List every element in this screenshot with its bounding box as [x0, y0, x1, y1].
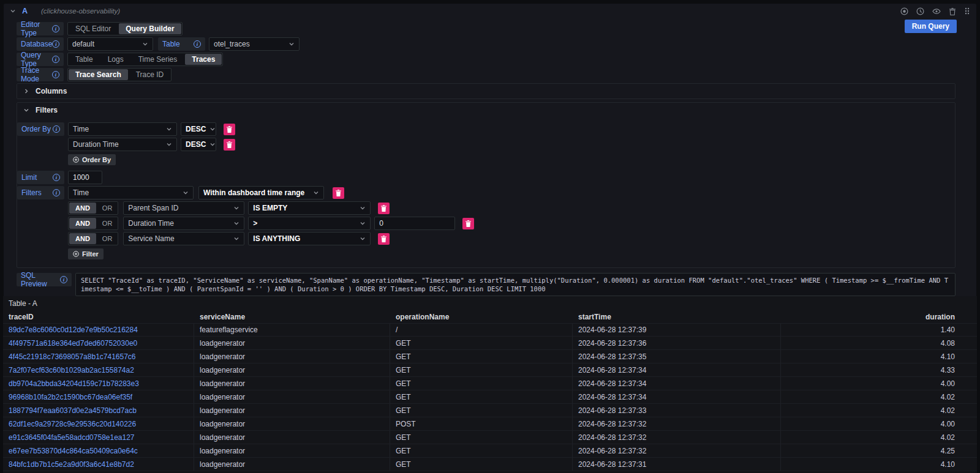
segment-option[interactable]: SQL Editor: [68, 23, 118, 35]
operation-name-cell: GET: [390, 458, 573, 471]
collapse-chevron-icon[interactable]: [10, 8, 16, 14]
and-or-toggle[interactable]: AND OR: [68, 217, 118, 230]
trace-id-link[interactable]: 4f497571a618e364ed7ded60752030e0: [9, 339, 137, 348]
trace-id-cell: 62df1ec9a29728c9e29536c20d140226: [3, 417, 194, 430]
segment-option[interactable]: Time Series: [131, 53, 185, 65]
segment-option[interactable]: Traces: [185, 54, 222, 65]
query-editor-body: Run Query Editor Typei SQL EditorQuery B…: [4, 18, 976, 328]
delete-condition-button[interactable]: [378, 233, 390, 245]
trace-id-link[interactable]: 7a2f07ecf63c60b1029ab2ac155874a2: [9, 366, 134, 374]
info-icon[interactable]: i: [53, 174, 60, 181]
query-editor-panel: A (clickhouse-observability) Run Query E…: [4, 4, 976, 328]
filters-section-header[interactable]: Filters: [17, 103, 955, 117]
info-icon[interactable]: i: [53, 189, 60, 196]
order-by-field-select[interactable]: Time: [68, 122, 177, 136]
trace-id-link[interactable]: 62df1ec9a29728c9e29536c20d140226: [9, 420, 136, 428]
or-option[interactable]: OR: [97, 233, 118, 245]
and-or-toggle[interactable]: AND OR: [68, 201, 118, 215]
chevron-down-icon: [233, 236, 239, 242]
table-select[interactable]: otel_traces: [209, 37, 300, 51]
and-option[interactable]: AND: [69, 233, 96, 244]
and-or-toggle[interactable]: AND OR: [68, 232, 118, 245]
trace-id-link[interactable]: 84bfc1db7b1c5e2a9d0f3a6c41e8b7d2: [9, 460, 134, 469]
table-row: 62df1ec9a29728c9e29536c20d140226 loadgen…: [3, 417, 977, 431]
info-icon[interactable]: i: [60, 276, 67, 283]
drag-handle-icon[interactable]: [964, 7, 970, 15]
condition-field-select[interactable]: Service Name: [123, 232, 244, 245]
chevron-right-icon: [23, 88, 29, 94]
chevron-down-icon: [360, 205, 366, 211]
order-by-field-select[interactable]: Duration Time: [68, 138, 177, 151]
info-icon[interactable]: i: [194, 40, 201, 48]
eye-icon[interactable]: [932, 7, 941, 15]
info-icon[interactable]: i: [52, 40, 59, 48]
duration-cell: 4.00: [781, 377, 977, 390]
operation-name-cell: GET: [390, 404, 573, 417]
add-order-by-button[interactable]: Order By: [68, 154, 116, 165]
column-header-serviceName[interactable]: serviceName: [194, 311, 390, 323]
trace-id-link[interactable]: 4f45c21918c73698057a8b1c741657c6: [9, 352, 136, 361]
query-row-header[interactable]: A (clickhouse-observability): [4, 4, 976, 18]
or-option[interactable]: OR: [97, 217, 118, 229]
trace-id-link[interactable]: 96968b10fa2b2c1590bc67dea06ef35f: [9, 393, 132, 401]
and-option[interactable]: AND: [69, 218, 96, 229]
segment-option[interactable]: Trace ID: [129, 69, 172, 81]
segment-option[interactable]: Trace Search: [69, 69, 128, 80]
trace-id-link[interactable]: 1887794f7eaa6037d0e2a4579bcd7acb: [9, 406, 137, 415]
columns-section-header[interactable]: Columns: [17, 84, 955, 99]
trace-id-link[interactable]: db9704a2bbda34204d159c71b78283e3: [9, 379, 139, 388]
chevron-down-icon: [166, 126, 172, 132]
segment-option[interactable]: Logs: [100, 53, 131, 65]
info-icon[interactable]: i: [52, 71, 59, 78]
condition-value-input[interactable]: [374, 217, 455, 230]
info-icon[interactable]: i: [52, 25, 59, 32]
grafana-query-editor-page: A (clickhouse-observability) Run Query E…: [0, 0, 980, 473]
column-header-traceID[interactable]: traceID: [3, 311, 194, 323]
editor-type-segmented: SQL EditorQuery Builder: [67, 22, 183, 35]
order-by-controls: TimeDESC: [68, 122, 235, 136]
column-header-duration[interactable]: duration: [781, 311, 977, 323]
info-icon[interactable]: i: [53, 125, 60, 133]
filter-condition-row: AND OR Parent Span ID IS EMPTY: [68, 201, 955, 215]
trace-id-cell: 84bfc1db7b1c5e2a9d0f3a6c41e8b7d2: [3, 458, 194, 471]
order-by-direction-select[interactable]: DESC: [181, 138, 216, 151]
chevron-down-icon: [233, 220, 239, 226]
column-header-startTime[interactable]: startTime: [573, 311, 781, 323]
column-header-operationName[interactable]: operationName: [390, 311, 573, 323]
condition-field-select[interactable]: Duration Time: [123, 217, 244, 230]
condition-field-select[interactable]: Parent Span ID: [123, 201, 244, 215]
trace-id-link[interactable]: e91c3645f04fa5e58adcd0758e1ea127: [9, 433, 135, 442]
or-option[interactable]: OR: [97, 202, 118, 214]
start-time-cell: 2024-06-28 12:37:32: [573, 417, 781, 430]
limit-input[interactable]: [68, 171, 102, 184]
run-query-button[interactable]: Run Query: [905, 20, 957, 33]
delete-condition-button[interactable]: [378, 203, 390, 214]
delete-order-by-button[interactable]: [224, 124, 235, 135]
sql-preview-text: SELECT "TraceId" as traceID, "ServiceNam…: [75, 273, 956, 296]
condition-operator-select[interactable]: >: [248, 217, 371, 230]
filter-operator-select[interactable]: Within dashboard time range: [198, 186, 324, 199]
delete-order-by-button[interactable]: [224, 139, 235, 151]
info-icon[interactable]: i: [52, 56, 59, 63]
circle-record-icon[interactable]: [900, 7, 908, 15]
trash-icon[interactable]: [949, 7, 956, 15]
condition-operator-select[interactable]: IS EMPTY: [248, 201, 371, 215]
history-clock-icon[interactable]: [916, 7, 924, 15]
database-select[interactable]: default: [67, 37, 153, 51]
order-by-direction-select[interactable]: DESC: [181, 122, 216, 136]
segment-option[interactable]: Query Builder: [119, 23, 181, 34]
filter-condition-rows: AND OR Parent Span ID IS EMPTY AND OR Du…: [17, 201, 955, 245]
filter-field-select[interactable]: Time: [68, 186, 194, 199]
add-filter-button[interactable]: Filter: [68, 248, 104, 259]
table-label: Tablei: [158, 37, 205, 51]
condition-operator-select[interactable]: IS ANYTHING: [248, 232, 371, 245]
trace-id-link[interactable]: 89dc7e8c6060c0d12de7e9b50c216284: [9, 326, 138, 334]
table-row: 1887794f7eaa6037d0e2a4579bcd7acb loadgen…: [3, 404, 977, 417]
limit-label: Limiti: [17, 171, 64, 184]
segment-option[interactable]: Table: [68, 53, 100, 65]
and-option[interactable]: AND: [69, 203, 96, 214]
delete-filter-button[interactable]: [333, 187, 344, 199]
delete-condition-button[interactable]: [462, 218, 474, 229]
chevron-down-icon: [209, 126, 216, 132]
trace-id-link[interactable]: e67ee7b53870d4c864ca50409ca0e64c: [9, 447, 138, 455]
